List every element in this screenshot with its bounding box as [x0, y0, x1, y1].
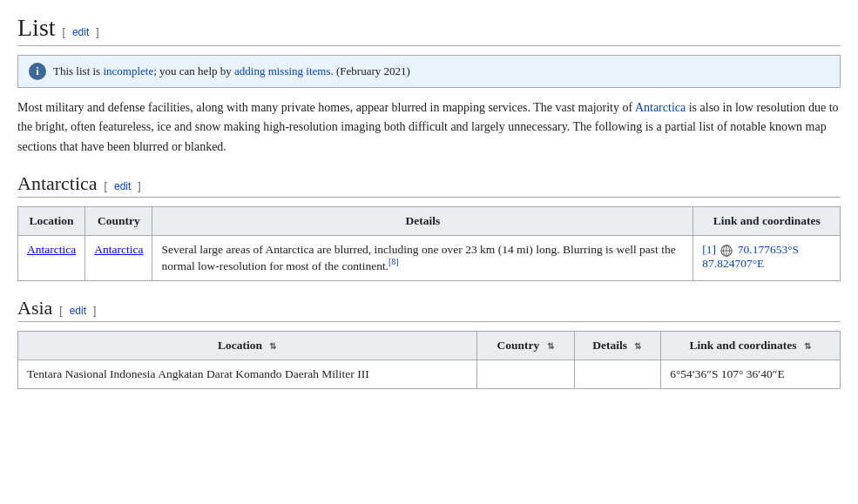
sort-icon-details: ⇅: [633, 341, 642, 351]
cell-location: Antarctica: [18, 236, 85, 281]
cell-details-asia: [574, 360, 661, 388]
country-link[interactable]: Antarctica: [94, 243, 143, 256]
notice-text: This list is incomplete; you can help by…: [53, 64, 410, 78]
sort-icon-country: ⇅: [546, 341, 555, 351]
sort-icon-location: ⇅: [268, 341, 277, 351]
col-links-antarctica: Link and coordinates: [693, 207, 841, 236]
notice-box: i This list is incomplete; you can help …: [17, 55, 841, 88]
antarctica-table: Location Country Details Link and coordi…: [17, 206, 841, 281]
coord-link[interactable]: 70.177653°S 87.824707°E: [702, 243, 799, 270]
antarctica-edit-link[interactable]: edit: [114, 180, 131, 192]
cell-coords-asia: 6°54′36″S 107° 36′40″E: [661, 360, 841, 388]
col-links-asia[interactable]: Link and coordinates ⇅: [661, 331, 841, 360]
cell-details: Several large areas of Antarctica are bl…: [152, 236, 693, 281]
col-location-antarctica: Location: [18, 207, 85, 236]
footnote-link[interactable]: [8]: [388, 257, 399, 266]
info-icon: i: [29, 63, 46, 80]
section-antarctica: Antarctica [edit]: [17, 172, 841, 198]
col-details-asia[interactable]: Details ⇅: [574, 331, 661, 360]
cell-coords: [1] 70.177653°S 87.824707°E: [693, 236, 841, 281]
sort-icon-links: ⇅: [803, 341, 812, 351]
ref-link[interactable]: [1]: [702, 243, 716, 256]
incomplete-link[interactable]: incomplete: [103, 64, 153, 77]
body-paragraph: Most military and defense facilities, al…: [17, 98, 841, 157]
asia-table: Location ⇅ Country ⇅ Details ⇅ Link and …: [17, 331, 841, 389]
title-edit-link[interactable]: edit: [72, 26, 89, 38]
antarctica-link[interactable]: Antarctica: [635, 101, 686, 114]
col-location-asia[interactable]: Location ⇅: [18, 331, 477, 360]
title-text: List: [17, 14, 56, 42]
table-row: Antarctica Antarctica Several large area…: [18, 236, 841, 281]
cell-country: Antarctica: [85, 236, 152, 281]
col-country-antarctica: Country: [85, 207, 152, 236]
adding-missing-link[interactable]: adding missing items: [234, 64, 331, 77]
table-row: Tentara Nasional Indonesia Angkatan Dara…: [18, 360, 841, 388]
asia-edit-link[interactable]: edit: [70, 305, 86, 317]
globe-icon: [720, 245, 733, 257]
page-title: List [edit]: [17, 14, 841, 46]
cell-location-asia: Tentara Nasional Indonesia Angkatan Dara…: [18, 360, 477, 388]
col-country-asia[interactable]: Country ⇅: [477, 331, 574, 360]
cell-country-asia: [477, 360, 574, 388]
location-link[interactable]: Antarctica: [27, 243, 76, 256]
section-asia: Asia [edit]: [17, 297, 841, 322]
col-details-antarctica: Details: [152, 207, 693, 236]
